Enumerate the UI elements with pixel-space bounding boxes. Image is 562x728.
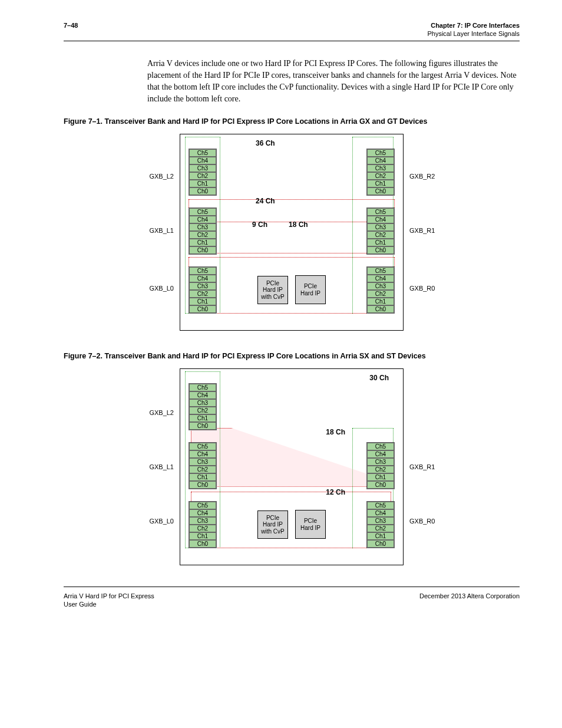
page-number: 7–48 — [64, 21, 78, 38]
channel-cell: Ch4 — [189, 450, 216, 458]
channel-cell: Ch5 — [367, 267, 394, 275]
figure-1: GXB_L2 GXB_L1 GXB_L0 36 Ch Ch5Ch4Ch3Ch2C… — [64, 134, 520, 331]
channel-cell: Ch5 — [189, 384, 216, 391]
channel-cell: Ch1 — [367, 180, 394, 187]
label2-gxb-l2: GXB_L2 — [141, 409, 174, 416]
bank2-l2: Ch5Ch4Ch3Ch2Ch1Ch0 — [189, 383, 217, 430]
bank2-l0: Ch5Ch4Ch3Ch2Ch1Ch0 — [189, 501, 217, 548]
channel-cell: Ch5 — [189, 208, 216, 216]
label-30ch: 30 Ch — [369, 374, 389, 382]
label-36ch: 36 Ch — [256, 139, 275, 147]
bank2-l1: Ch5Ch4Ch3Ch2Ch1Ch0 — [189, 442, 217, 489]
channel-cell: Ch0 — [367, 187, 394, 195]
channel-cell: Ch0 — [367, 305, 394, 313]
channel-cell: Ch2 — [189, 407, 216, 414]
figure-1-diagram: 36 Ch Ch5Ch4Ch3Ch2Ch1Ch0 Ch5Ch4Ch3Ch2Ch1… — [180, 134, 404, 331]
channel-cell: Ch3 — [189, 517, 216, 525]
figure-1-caption: Figure 7–1. Transceiver Bank and Hard IP… — [64, 117, 520, 126]
channel-cell: Ch2 — [367, 525, 394, 532]
pcie-hard-ip-cvp: PCIe Hard IP with CvP — [257, 276, 288, 305]
channel-cell: Ch1 — [189, 473, 216, 481]
bank-l0: Ch5Ch4Ch3Ch2Ch1Ch0 — [189, 266, 217, 314]
channel-cell: Ch1 — [189, 239, 216, 246]
channel-cell: Ch2 — [189, 290, 216, 298]
bank-r2: Ch5Ch4Ch3Ch2Ch1Ch0 — [366, 149, 395, 196]
channel-cell: Ch2 — [367, 290, 394, 298]
bank-l1: Ch5Ch4Ch3Ch2Ch1Ch0 — [189, 207, 217, 255]
footer-right: December 2013 Altera Corporation — [419, 592, 520, 609]
channel-cell: Ch1 — [189, 298, 216, 305]
channel-cell: Ch3 — [189, 164, 216, 172]
channel-cell: Ch3 — [189, 282, 216, 290]
bank-r1: Ch5Ch4Ch3Ch2Ch1Ch0 — [366, 207, 395, 255]
figure-2: GXB_L2 GXB_L1 GXB_L0 30 Ch Ch5Ch4Ch3Ch2C… — [64, 368, 520, 565]
channel-cell: Ch2 — [367, 172, 394, 180]
channel-cell: Ch4 — [367, 509, 394, 517]
channel-cell: Ch0 — [189, 246, 216, 254]
section-title: Physical Layer Interface Signals — [427, 29, 520, 38]
footer-rule — [64, 587, 520, 587]
channel-cell: Ch1 — [189, 180, 216, 187]
bank-l2: Ch5Ch4Ch3Ch2Ch1Ch0 — [189, 149, 217, 196]
channel-cell: Ch1 — [367, 473, 394, 481]
channel-cell: Ch4 — [367, 450, 394, 458]
channel-cell: Ch5 — [189, 502, 216, 509]
figure-2-diagram: 30 Ch Ch5Ch4Ch3Ch2Ch1Ch0 18 Ch Ch5Ch4Ch3… — [180, 368, 404, 565]
channel-cell: Ch3 — [367, 458, 394, 466]
channel-cell: Ch4 — [367, 157, 394, 164]
channel-cell: Ch0 — [367, 481, 394, 489]
channel-cell: Ch0 — [189, 305, 216, 313]
channel-cell: Ch3 — [367, 223, 394, 231]
channel-cell: Ch4 — [189, 216, 216, 223]
bank2-r1: Ch5Ch4Ch3Ch2Ch1Ch0 — [366, 442, 395, 489]
label-24ch: 24 Ch — [256, 197, 275, 205]
channel-cell: Ch4 — [189, 391, 216, 399]
pcie2-hard-ip: PCIe Hard IP — [295, 510, 326, 539]
label-gxb-l1: GXB_L1 — [141, 227, 174, 234]
channel-cell: Ch3 — [189, 399, 216, 407]
channel-cell: Ch4 — [189, 157, 216, 164]
label-gxb-r1: GXB_R1 — [409, 227, 442, 234]
channel-cell: Ch2 — [189, 172, 216, 180]
channel-cell: Ch5 — [367, 502, 394, 509]
pcie2-hard-ip-cvp: PCIe Hard IP with CvP — [257, 510, 288, 539]
channel-cell: Ch4 — [189, 509, 216, 517]
channel-cell: Ch4 — [189, 275, 216, 282]
page-header: 7–48 Chapter 7: IP Core Interfaces Physi… — [64, 21, 520, 38]
footer-doc-title: Arria V Hard IP for PCI Express — [64, 592, 154, 600]
label-gxb-r2: GXB_R2 — [409, 173, 442, 180]
label-gxb-l2: GXB_L2 — [141, 173, 174, 180]
label2-gxb-l0: GXB_L0 — [141, 518, 174, 525]
chapter-title: Chapter 7: IP Core Interfaces — [427, 21, 520, 29]
channel-cell: Ch3 — [367, 164, 394, 172]
channel-cell: Ch0 — [367, 246, 394, 254]
header-rule — [64, 41, 520, 41]
channel-cell: Ch4 — [367, 216, 394, 223]
bank-r0: Ch5Ch4Ch3Ch2Ch1Ch0 — [366, 266, 395, 314]
channel-cell: Ch2 — [189, 466, 216, 473]
channel-cell: Ch0 — [367, 540, 394, 548]
channel-cell: Ch0 — [189, 481, 216, 489]
channel-cell: Ch3 — [367, 517, 394, 525]
label2-gxb-r0: GXB_R0 — [409, 518, 442, 525]
channel-cell: Ch1 — [367, 298, 394, 305]
label-gxb-l0: GXB_L0 — [141, 285, 174, 292]
channel-cell: Ch1 — [367, 532, 394, 540]
pcie-hard-ip: PCIe Hard IP — [295, 275, 326, 304]
page-footer: Arria V Hard IP for PCI Express User Gui… — [64, 592, 520, 609]
channel-cell: Ch2 — [189, 525, 216, 532]
channel-cell: Ch5 — [189, 443, 216, 450]
channel-cell: Ch5 — [189, 267, 216, 275]
label2-18ch: 18 Ch — [326, 428, 345, 436]
footer-doc-subtitle: User Guide — [64, 600, 154, 608]
channel-cell: Ch5 — [189, 149, 216, 157]
channel-cell: Ch5 — [367, 443, 394, 450]
channel-cell: Ch3 — [367, 282, 394, 290]
bank2-r0: Ch5Ch4Ch3Ch2Ch1Ch0 — [366, 501, 395, 548]
body-paragraph: Arria V devices include one or two Hard … — [147, 58, 520, 106]
channel-cell: Ch2 — [189, 231, 216, 239]
channel-cell: Ch1 — [367, 239, 394, 246]
channel-cell: Ch4 — [367, 275, 394, 282]
label2-gxb-l1: GXB_L1 — [141, 463, 174, 470]
channel-cell: Ch1 — [189, 532, 216, 540]
